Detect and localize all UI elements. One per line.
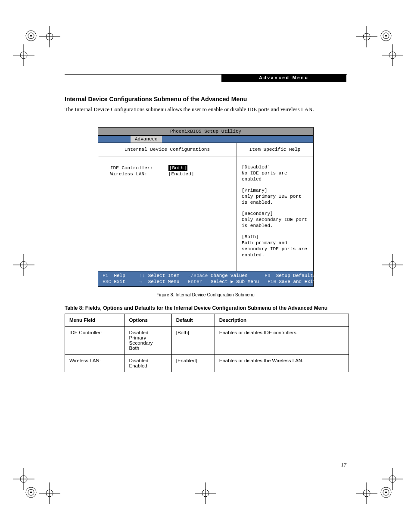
bios-menubar: Advanced (98, 136, 313, 143)
crop-mark-icon (356, 26, 377, 47)
table-cell: Disabled Primary Secondary Both (125, 327, 171, 355)
bios-help-text: [Disabled] (242, 165, 270, 170)
page-number: 17 (341, 462, 346, 468)
bios-left-heading: Internal Device Configurations (98, 143, 236, 156)
bios-footer: F1 Help ↑↓ Select Item -/Space Change Va… (98, 271, 313, 286)
table-header: Options (125, 314, 171, 327)
table-cell: Disabled Enabled (125, 355, 171, 372)
bios-field-wlan: Wireless LAN: [Enabled] (110, 171, 236, 177)
crop-mark-icon (382, 44, 403, 66)
table-cell: [Both] (171, 327, 215, 355)
registration-mark-icon (380, 30, 392, 41)
fields-table: Menu Field Options Default Description I… (65, 314, 349, 372)
figure-caption: Figure 8. Internal Device Configuration … (0, 292, 411, 297)
bios-screenshot: PhoenixBIOS Setup Utility Advanced Inter… (98, 127, 314, 287)
bios-key-label: Exit (114, 279, 125, 285)
table-cell: IDE Controller: (65, 327, 125, 355)
bios-help-pane: Item Specific Help [Disabled]No IDE port… (237, 143, 313, 271)
section-header-bar: Advanced Menu (221, 74, 346, 82)
bios-help-text: [Primary] (242, 188, 267, 193)
crop-mark-icon (356, 482, 377, 504)
bios-key: F1 (103, 273, 108, 279)
intro-paragraph: The Internal Device Configurations subme… (65, 106, 349, 113)
bios-title: PhoenixBIOS Setup Utility (98, 128, 313, 136)
table-row: IDE Controller: Disabled Primary Seconda… (65, 327, 349, 355)
table-cell: Enables or disables the Wireless LAN. (215, 355, 349, 372)
crop-mark-icon (382, 254, 403, 276)
svg-point-8 (30, 492, 32, 493)
bios-key-label: Save and Exit (279, 279, 316, 285)
table-header: Menu Field (65, 314, 125, 327)
bios-right-heading: Item Specific Help (237, 143, 313, 156)
bios-field-value-selected: [Both] (168, 165, 187, 171)
bios-key-label: Help (114, 273, 125, 279)
crop-mark-icon (13, 44, 34, 66)
bios-field-ide: IDE Controller: [Both] (110, 165, 236, 171)
bios-help-text: No IDE ports are enabled (242, 171, 287, 182)
bios-key-label: Setup Defaults (276, 273, 316, 279)
crop-mark-icon (13, 254, 34, 276)
bios-help-text: Only secondary IDE port is enabled. (242, 217, 307, 228)
table-header: Description (215, 314, 349, 327)
bios-field-value: [Enabled] (168, 171, 194, 177)
bios-help-text: Both primary and secondary IDE ports are… (242, 240, 307, 258)
bios-field-label: IDE Controller: (110, 165, 168, 171)
svg-point-11 (385, 492, 387, 493)
bios-key-label: Select ▶ Sub-Menu (211, 279, 259, 285)
bios-key: ESC (103, 279, 111, 285)
bios-key-label: Change Values (211, 273, 248, 279)
crop-mark-icon (195, 482, 216, 504)
bios-field-label: Wireless LAN: (110, 171, 168, 177)
bios-key: F9 (265, 273, 270, 279)
bios-key: Enter (188, 279, 202, 285)
bios-tab-advanced: Advanced (131, 136, 162, 143)
section-heading: Internal Device Configurations Submenu o… (65, 96, 247, 103)
table-cell: [Enabled] (171, 355, 215, 372)
registration-mark-icon (25, 30, 37, 41)
bios-key-label: Select Item (148, 273, 180, 279)
bios-key-label (108, 273, 114, 279)
bios-key-label: Select Menu (148, 279, 180, 285)
crop-mark-icon (382, 468, 403, 490)
table-cell: Enables or disables IDE controllers. (215, 327, 349, 355)
bios-key: -/Space (188, 273, 208, 279)
bios-help-text: Only primary IDE port is enabled. (242, 194, 302, 205)
table-cell: Wireless LAN: (65, 355, 125, 372)
bios-key: F10 (268, 279, 276, 285)
crop-mark-icon (13, 468, 34, 490)
table-caption: Table 8: Fields, Options and Defaults fo… (65, 305, 349, 311)
crop-mark-icon (39, 482, 60, 504)
bios-key: ↑↓ (140, 273, 145, 279)
bios-help-text: [Secondary] (242, 211, 273, 216)
crop-mark-icon (39, 26, 60, 47)
bios-help-text: [Both] (242, 234, 259, 240)
bios-key: ↔ (140, 279, 143, 285)
svg-point-5 (385, 35, 387, 37)
table-header-row: Menu Field Options Default Description (65, 314, 349, 327)
table-header: Default (171, 314, 215, 327)
svg-point-2 (30, 35, 32, 37)
table-row: Wireless LAN: Disabled Enabled [Enabled]… (65, 355, 349, 372)
bios-left-pane: Internal Device Configurations IDE Contr… (98, 143, 237, 271)
